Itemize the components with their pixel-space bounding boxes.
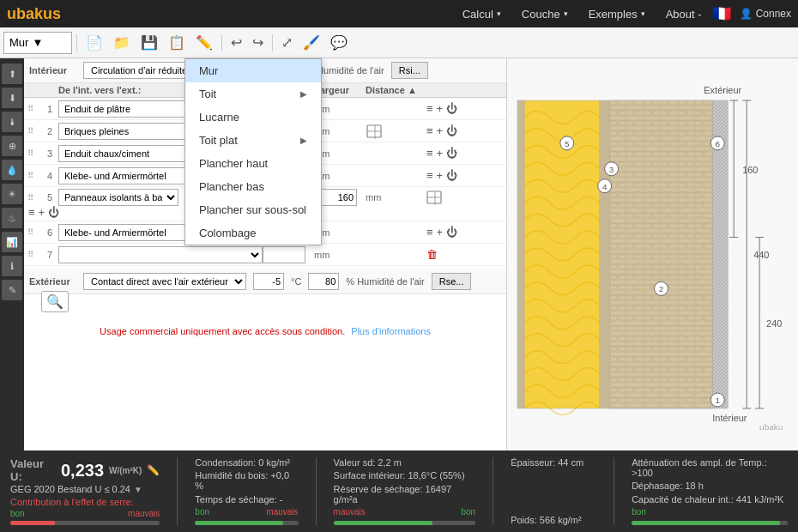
fullscreen-button[interactable]: ⤢ xyxy=(277,32,297,54)
export-button[interactable]: 📋 xyxy=(164,32,190,54)
row-actions: ≡ + ⏻ xyxy=(426,102,503,115)
row-add-button[interactable]: + xyxy=(38,206,46,219)
edit-button[interactable]: ✏️ xyxy=(191,32,217,54)
row-power-button[interactable]: ⏻ xyxy=(445,169,458,182)
row-actions: ≡ + ⏻ xyxy=(426,226,503,239)
row-power-button[interactable]: ⏻ xyxy=(47,206,60,219)
row-actions: ≡ + ⏻ xyxy=(426,169,503,182)
geg-row: GEG 2020 Bestand U ≤ 0.24 ▼ xyxy=(10,484,160,494)
layer-name-select[interactable] xyxy=(58,246,263,263)
more-info-link[interactable]: Plus d'informations xyxy=(351,326,431,336)
humidity-wood-value: Humidité du bois: +0,0 % xyxy=(195,470,298,491)
condensation-bar-fill xyxy=(195,521,282,525)
row-menu-button[interactable]: ≡ xyxy=(27,206,36,219)
row-add-button[interactable]: + xyxy=(436,102,444,115)
row-add-button[interactable]: + xyxy=(436,147,444,160)
row-power-button[interactable]: ⏻ xyxy=(445,102,458,115)
row-add-button[interactable]: + xyxy=(436,226,444,239)
layer-name-select[interactable]: Panneaux isolants à base de fibre de xyxy=(58,189,178,206)
redo-button[interactable]: ↪ xyxy=(248,32,268,54)
drag-handle-icon[interactable]: ⠿ xyxy=(27,193,41,203)
sd-column: Valeur sd: 2,2 m Surface intérieur: 18,6… xyxy=(334,457,476,525)
row-actions: ≡ + ⏻ xyxy=(426,124,503,137)
sd-bar xyxy=(334,521,476,525)
stats-bar: Valeur U: 0,233 W/(m²K) ✏️ GEG 2020 Best… xyxy=(0,450,798,532)
submenu-arrow-2-icon: ▶ xyxy=(300,136,307,145)
nav-couche[interactable]: Couche ▾ xyxy=(511,0,578,27)
row-actions: ≡ + ⏻ xyxy=(426,147,503,160)
menu-item-lucarne[interactable]: Lucarne xyxy=(185,106,321,129)
exterior-condition-dropdown[interactable]: Contact direct avec l'air extérieur xyxy=(83,273,246,290)
sidebar-info-icon[interactable]: ℹ xyxy=(2,256,22,276)
u-value-label: Valeur U: xyxy=(10,457,56,483)
sidebar-global-icon[interactable]: ⊕ xyxy=(2,136,22,156)
drag-handle-icon[interactable]: ⠿ xyxy=(27,126,41,136)
row-menu-button[interactable]: ≡ xyxy=(426,169,434,182)
exterior-temp-unit: °C xyxy=(291,276,301,287)
submenu-arrow-icon: ▶ xyxy=(300,89,307,99)
menu-item-toit-plat[interactable]: Toit plat ▶ xyxy=(185,129,321,152)
row-actions: 🗑 xyxy=(426,248,503,261)
row-menu-button[interactable]: ≡ xyxy=(426,124,434,137)
exterior-rse-button[interactable]: Rse... xyxy=(432,273,472,290)
sidebar-sun-icon[interactable]: ☀ xyxy=(2,184,22,204)
geg-dropdown-icon[interactable]: ▼ xyxy=(134,485,142,494)
sidebar-entry2-icon[interactable]: ⬇ xyxy=(2,88,22,108)
sidebar-remark-icon[interactable]: ✎ xyxy=(2,280,22,300)
row-power-button[interactable]: ⏻ xyxy=(445,147,458,160)
table-row: ⠿ 7 mm 🗑 xyxy=(24,244,506,266)
exterior-temp-input[interactable] xyxy=(253,273,284,290)
row-menu-button[interactable]: ≡ xyxy=(426,102,434,115)
row-menu-button[interactable]: ≡ xyxy=(426,226,434,239)
sidebar-summer-icon[interactable]: ♨ xyxy=(2,208,22,228)
save-button[interactable]: 💾 xyxy=(136,32,162,54)
menu-item-toit[interactable]: Toit ▶ xyxy=(185,82,321,106)
structure-type-dropdown[interactable]: Mur ▼ xyxy=(3,32,72,54)
svg-text:1: 1 xyxy=(716,396,721,405)
new-button[interactable]: 📄 xyxy=(82,32,107,54)
menu-item-mur[interactable]: Mur xyxy=(185,59,321,82)
attenuation-bar xyxy=(632,521,788,525)
open-button[interactable]: 📁 xyxy=(109,32,135,54)
menu-item-colombage[interactable]: Colombage xyxy=(185,221,321,245)
nav-calcul[interactable]: Calcul ▾ xyxy=(452,0,511,27)
svg-text:5: 5 xyxy=(565,139,570,148)
menu-item-plancher-haut[interactable]: Plancher haut xyxy=(185,152,321,175)
row-power-button[interactable]: ⏻ xyxy=(445,124,458,137)
stat-separator-3 xyxy=(493,457,493,525)
row-add-button[interactable]: + xyxy=(436,169,444,182)
sidebar-diagram-icon[interactable]: 📊 xyxy=(2,232,22,252)
paint-button[interactable]: 🖌️ xyxy=(299,32,324,54)
menu-item-plancher-sous-sol[interactable]: Plancher sur sous-sol xyxy=(185,198,321,221)
drag-handle-icon[interactable]: ⠿ xyxy=(27,148,41,158)
drag-handle-icon[interactable]: ⠿ xyxy=(27,227,41,237)
sidebar-entry-icon[interactable]: ⬆ xyxy=(2,63,22,84)
stat-separator-1 xyxy=(177,457,178,525)
undo-button[interactable]: ↩ xyxy=(227,32,246,54)
nav-about[interactable]: About - xyxy=(656,0,712,27)
toolbar: Mur ▼ 📄 📁 💾 📋 ✏️ ↩ ↪ ⤢ 🖌️ 💬 xyxy=(0,27,798,58)
sidebar-humidity-icon[interactable]: 💧 xyxy=(2,160,22,180)
interior-rsi-button[interactable]: Rsi... xyxy=(391,62,428,79)
connect-button[interactable]: 👤 Connex xyxy=(740,8,791,20)
row-add-button[interactable]: + xyxy=(436,124,444,137)
sidebar-temp-icon[interactable]: 🌡 xyxy=(2,112,22,132)
exterior-humidity-input[interactable] xyxy=(308,273,339,290)
row-delete-button[interactable]: 🗑 xyxy=(426,248,438,261)
drag-handle-icon[interactable]: ⠿ xyxy=(27,171,41,180)
comment-button[interactable]: 💬 xyxy=(326,32,352,54)
sd-bar-fill xyxy=(334,521,433,525)
toolbar-separator xyxy=(76,34,77,51)
exterior-condition-row: Extérieur Contact direct avec l'air exté… xyxy=(24,269,506,294)
zoom-button[interactable]: 🔍 xyxy=(41,291,69,312)
row-menu-button[interactable]: ≡ xyxy=(426,147,434,160)
row-power-button[interactable]: ⏻ xyxy=(445,226,458,239)
nav-exemples[interactable]: Exemples ▾ xyxy=(578,0,656,27)
edit-icon[interactable]: ✏️ xyxy=(147,464,160,476)
drag-handle-icon[interactable]: ⠿ xyxy=(27,104,41,113)
drag-handle-icon[interactable]: ⠿ xyxy=(27,250,41,259)
svg-text:240: 240 xyxy=(766,318,782,329)
sd-value: Valeur sd: 2,2 m xyxy=(334,457,476,468)
menu-item-plancher-bas[interactable]: Plancher bas xyxy=(185,175,321,198)
layer-thickness-input[interactable] xyxy=(263,246,305,263)
